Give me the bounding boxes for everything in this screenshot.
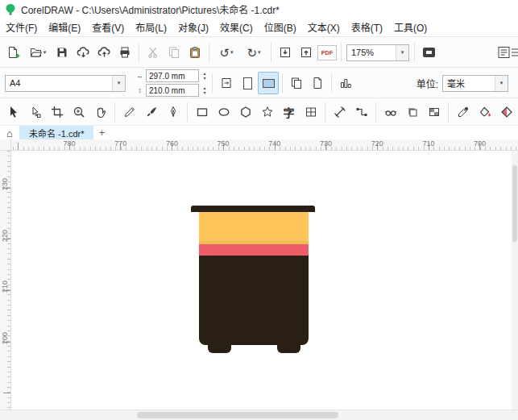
artistic-media-tool[interactable]	[140, 100, 162, 124]
ruler-label: 760	[166, 139, 178, 148]
save-to-cloud-button[interactable]	[93, 41, 114, 64]
landscape-icon	[263, 79, 275, 88]
all-pages-button[interactable]	[286, 72, 307, 94]
drawing-canvas[interactable]	[12, 151, 512, 410]
menu-item-file[interactable]: 文件(F)	[0, 18, 43, 36]
separator	[414, 43, 415, 62]
zoom-level-value: 175%	[347, 48, 396, 57]
zoom-dropdown-arrow[interactable]: ▾	[396, 45, 408, 60]
page-borders-button[interactable]	[335, 72, 356, 94]
shape-tool[interactable]	[24, 100, 46, 124]
import-button[interactable]	[275, 41, 296, 64]
autofit-page-button[interactable]	[216, 72, 237, 94]
new-document-button[interactable]	[3, 41, 24, 64]
horizontal-scrollbar-thumb[interactable]	[137, 412, 338, 418]
drawn-object[interactable]	[199, 212, 309, 345]
new-tab-button[interactable]: +	[93, 126, 110, 140]
page-height-field[interactable]: 210.0 mm	[146, 84, 199, 97]
color-eyedropper-tool[interactable]	[452, 100, 474, 124]
table-tool[interactable]	[300, 100, 321, 124]
copy-button[interactable]	[164, 41, 184, 64]
portrait-button[interactable]	[237, 72, 258, 94]
attributes-eyedropper-tool[interactable]	[379, 100, 401, 124]
freehand-tool[interactable]	[118, 100, 140, 124]
page-size-preset-combo[interactable]: A4 ▾	[5, 75, 126, 92]
vertical-scrollbar-thumb[interactable]	[512, 165, 517, 242]
zoom-level-combo[interactable]: 175% ▾	[346, 44, 409, 61]
print-button[interactable]	[114, 41, 135, 64]
connector-tool[interactable]	[350, 100, 372, 124]
object-lid[interactable]	[191, 206, 315, 212]
ellipse-tool[interactable]	[213, 100, 234, 124]
separator	[139, 43, 139, 62]
vertical-ruler[interactable]: 230220210200	[0, 151, 11, 410]
menu-item-table[interactable]: 表格(T)	[346, 18, 388, 36]
landscape-button[interactable]	[258, 72, 279, 94]
redo-button[interactable]: ↻ ▾	[240, 41, 267, 64]
launcher-button[interactable]	[495, 41, 518, 64]
save-button[interactable]	[52, 41, 73, 64]
crop-tool[interactable]	[46, 100, 68, 124]
coreldraw-logo-icon	[5, 3, 16, 15]
page-width-field[interactable]: 297.0 mm	[146, 69, 199, 82]
horizontal-ruler[interactable]: 780770760750740730720710700	[11, 139, 518, 151]
separator	[212, 73, 213, 93]
paste-button[interactable]	[184, 41, 205, 64]
menu-item-text[interactable]: 文本(X)	[302, 18, 346, 36]
page-height-spinner[interactable]: ▴▾	[201, 85, 209, 95]
page-width-spinner[interactable]: ▴▾	[201, 71, 209, 81]
separator	[271, 43, 271, 62]
page-dimensions-group: ↔ 297.0 mm ▴▾ ↕ 210.0 mm ▴▾	[135, 69, 209, 97]
current-page-button[interactable]	[307, 72, 328, 94]
cut-button[interactable]	[143, 41, 164, 64]
rectangle-tool[interactable]	[191, 100, 213, 124]
dimension-tool[interactable]	[329, 100, 350, 124]
object-top-panel	[199, 212, 309, 244]
units-label: 单位:	[416, 77, 438, 90]
menu-item-effects[interactable]: 效果(C)	[214, 18, 259, 36]
home-tab-button[interactable]: ⌂	[0, 126, 19, 140]
fullscreen-preview-button[interactable]	[418, 41, 439, 64]
menu-bar: 文件(F) 编辑(E) 查看(V) 布局(L) 对象(J) 效果(C) 位图(B…	[0, 18, 518, 36]
menu-item-object[interactable]: 对象(J)	[172, 18, 214, 36]
publish-to-pdf-button[interactable]: PDF	[317, 41, 338, 64]
units-value: 毫米	[443, 77, 495, 89]
menu-item-edit[interactable]: 编辑(E)	[43, 18, 86, 36]
coreldraw-window: CorelDRAW - C:\Users\Administrator\Pictu…	[0, 0, 518, 420]
document-tab[interactable]: 未命名 -1.cdr*	[19, 126, 93, 140]
redo-icon: ↻	[247, 47, 257, 59]
ruler-label: 730	[320, 139, 332, 148]
redo-dropdown-arrow[interactable]: ▾	[258, 49, 261, 56]
undo-dropdown-arrow[interactable]: ▾	[230, 49, 234, 56]
open-dropdown-arrow[interactable]: ▾	[44, 49, 47, 56]
ruler-label: 720	[371, 139, 383, 148]
menu-item-view[interactable]: 查看(V)	[86, 18, 130, 36]
transparency-tool[interactable]	[423, 100, 445, 124]
drop-shadow-tool[interactable]	[401, 100, 423, 124]
pick-tool[interactable]	[2, 100, 24, 124]
menu-item-layout[interactable]: 布局(L)	[130, 18, 172, 36]
pen-tool[interactable]	[162, 100, 184, 124]
polygon-tool[interactable]	[234, 100, 256, 124]
separator	[209, 43, 209, 62]
units-combo[interactable]: 毫米 ▾	[442, 75, 508, 92]
fill-tool[interactable]	[474, 100, 495, 124]
pan-tool[interactable]	[89, 100, 111, 124]
menu-item-tools[interactable]: 工具(O)	[388, 18, 433, 36]
units-dropdown-arrow[interactable]: ▾	[495, 76, 508, 91]
interactive-fill-tool[interactable]	[495, 100, 517, 124]
zoom-tool[interactable]	[68, 100, 89, 124]
menu-item-bitmaps[interactable]: 位图(B)	[259, 18, 302, 36]
text-tool[interactable]: 字	[278, 100, 300, 124]
page-height-icon: ↕	[135, 86, 144, 94]
ruler-label: 710	[422, 139, 434, 148]
open-from-cloud-button[interactable]	[73, 41, 93, 64]
star-tool[interactable]	[256, 100, 278, 124]
export-button[interactable]	[296, 41, 317, 64]
horizontal-scrollbar[interactable]	[0, 410, 518, 420]
ruler-corner[interactable]	[0, 139, 11, 151]
undo-button[interactable]: ↺ ▾	[213, 41, 240, 64]
open-button[interactable]: ▾	[24, 41, 52, 64]
vertical-scrollbar[interactable]	[512, 151, 518, 410]
page-size-dropdown-arrow[interactable]: ▾	[112, 76, 125, 91]
